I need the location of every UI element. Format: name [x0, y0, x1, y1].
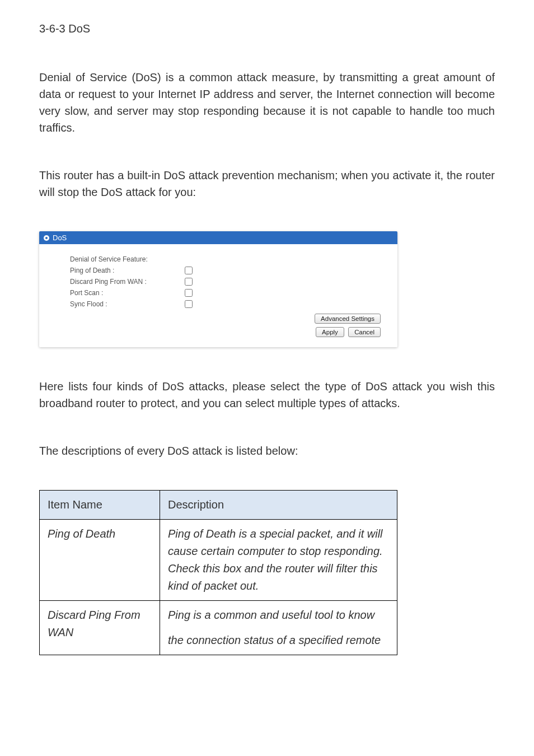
- paragraph-3: Here lists four kinds of DoS attacks, pl…: [39, 378, 495, 412]
- checkbox-sync-flood[interactable]: [185, 300, 193, 308]
- table-row: Discard Ping From WAN Ping is a common a…: [40, 601, 397, 655]
- panel-title: DoS: [53, 234, 67, 242]
- desc-line: Ping is a common and useful tool to know: [168, 606, 389, 624]
- paragraph-4: The descriptions of every DoS attack is …: [39, 442, 495, 459]
- label-sync-flood: Sync Flood :: [70, 300, 162, 308]
- cell-description: Ping is a common and useful tool to know…: [160, 601, 397, 655]
- panel-header: DoS: [39, 231, 397, 244]
- checkbox-discard-ping[interactable]: [185, 278, 193, 286]
- row-port-scan: Port Scan :: [70, 289, 386, 297]
- table-header-row: Item Name Description: [40, 491, 397, 520]
- row-feature: Denial of Service Feature:: [70, 255, 386, 263]
- cell-description: Ping of Death is a special packet, and i…: [160, 520, 397, 601]
- paragraph-1: Denial of Service (DoS) is a common atta…: [39, 69, 495, 136]
- checkbox-port-scan[interactable]: [185, 289, 193, 297]
- section-heading: 3-6-3 DoS: [39, 22, 495, 35]
- label-ping-of-death: Ping of Death :: [70, 267, 162, 274]
- row-discard-ping: Discard Ping From WAN :: [70, 278, 386, 286]
- apply-button[interactable]: Apply: [316, 327, 344, 337]
- paragraph-2: This router has a built-in DoS attack pr…: [39, 167, 495, 200]
- desc-line: the connection status of a specified rem…: [168, 632, 389, 649]
- advanced-settings-button[interactable]: Advanced Settings: [315, 314, 381, 324]
- checkbox-ping-of-death[interactable]: [185, 267, 193, 274]
- row-sync-flood: Sync Flood :: [70, 300, 386, 308]
- label-port-scan: Port Scan :: [70, 289, 162, 297]
- cancel-button[interactable]: Cancel: [348, 327, 381, 337]
- dos-panel: DoS Denial of Service Feature: Ping of D…: [39, 231, 397, 347]
- cell-item-name: Discard Ping From WAN: [40, 601, 160, 655]
- description-table: Item Name Description Ping of Death Ping…: [39, 490, 397, 655]
- header-item-name: Item Name: [40, 491, 160, 520]
- cell-item-name: Ping of Death: [40, 520, 160, 601]
- table-row: Ping of Death Ping of Death is a special…: [40, 520, 397, 601]
- label-discard-ping: Discard Ping From WAN :: [70, 278, 162, 286]
- button-row: Advanced Settings Apply Cancel: [70, 314, 386, 337]
- panel-body: Denial of Service Feature: Ping of Death…: [39, 244, 397, 347]
- bullet-icon: [44, 235, 49, 241]
- header-description: Description: [160, 491, 397, 520]
- label-feature: Denial of Service Feature:: [70, 255, 162, 263]
- row-ping-of-death: Ping of Death :: [70, 267, 386, 274]
